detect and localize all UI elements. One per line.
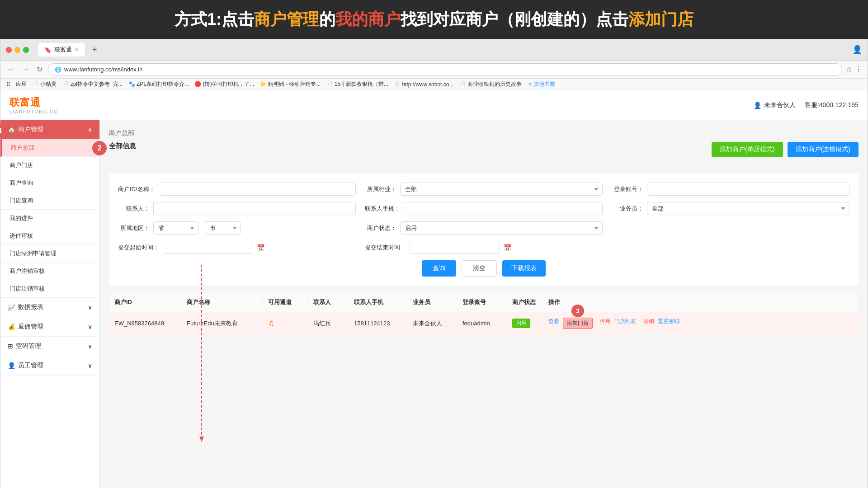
close-window-button[interactable] bbox=[6, 47, 12, 53]
view-link[interactable]: 查看 bbox=[548, 318, 559, 329]
status-badge: 启用 bbox=[512, 319, 530, 328]
salesperson-select[interactable]: 全部 bbox=[647, 202, 849, 215]
minimize-window-button[interactable] bbox=[14, 47, 20, 53]
sidebar-item-label: 门店查询 bbox=[9, 197, 33, 204]
sidebar-item-merchant-stores[interactable]: 商户门店 bbox=[0, 157, 99, 174]
home-icon: 🏠 bbox=[8, 126, 15, 133]
bookmark-5[interactable]: ⭐ 精明购 - 移动营销专... bbox=[259, 80, 321, 88]
url-bar[interactable]: 🌐 www.lianfutong.cc/ms/index.in bbox=[48, 63, 842, 75]
cell-ops: 查看 添加门店 3 停用 门店列表 注销 重置密码 bbox=[543, 318, 859, 329]
empty-code-label: 空码管理 bbox=[16, 342, 41, 350]
merchant-id-value: EW_N8583264849 bbox=[114, 320, 164, 327]
contact-phone-input[interactable] bbox=[404, 202, 603, 215]
bookmarks-bar: ⠿ 应用 📄 小精灵 📄 zpl指令中文参考_完... 🐾 ZPL条码打印指令介… bbox=[0, 79, 868, 90]
sidebar-merchant-management[interactable]: 🏠 商户管理 ∧ bbox=[0, 120, 99, 139]
login-value: feduadmin bbox=[462, 320, 490, 327]
sidebar-item-store-cancel-review[interactable]: 门店注销审核 bbox=[0, 280, 99, 298]
staff-icon: 👤 bbox=[8, 362, 15, 369]
star-icon[interactable]: ☆ bbox=[846, 65, 852, 74]
sidebar-item-my-applications[interactable]: 我的进件 bbox=[0, 210, 99, 227]
sidebar-category-empty-code[interactable]: ⊞ 空码管理 ∨ bbox=[0, 337, 99, 356]
sidebar-category-staff[interactable]: 👤 员工管理 ∨ bbox=[0, 356, 99, 375]
cancel-link[interactable]: 注销 bbox=[643, 318, 654, 329]
cell-login: feduadmin bbox=[457, 318, 507, 329]
url-text: www.lianfutong.cc/ms/index.in bbox=[64, 66, 142, 73]
city-select[interactable]: 市 bbox=[205, 221, 241, 235]
merchant-management-label: 商户管理 bbox=[18, 126, 43, 134]
new-tab-button[interactable]: + bbox=[90, 45, 100, 55]
bookmark-2[interactable]: 📄 zpl指令中文参考_完... bbox=[62, 80, 123, 88]
browser-tab[interactable]: 🔖 联富通 ✕ bbox=[38, 43, 85, 56]
merchant-id-input[interactable] bbox=[159, 183, 356, 196]
more-bookmarks[interactable]: » 其他书签 bbox=[529, 80, 555, 88]
industry-select[interactable]: 全部 bbox=[400, 183, 603, 196]
merchant-status-select[interactable]: 启用 禁用 bbox=[400, 221, 603, 235]
sidebar-item-label: 门店注销审核 bbox=[9, 285, 45, 292]
form-row-3: 所属地区： 省 市 商户状态： 启用 禁用 bbox=[118, 221, 849, 235]
sidebar-category-reports[interactable]: 📈 数据报表 ∨ bbox=[0, 298, 99, 317]
add-store-link[interactable]: 添加门店 3 bbox=[563, 318, 593, 329]
refresh-button[interactable]: ↻ bbox=[35, 64, 44, 75]
staff-label: 员工管理 bbox=[18, 361, 43, 370]
end-calendar-icon[interactable]: 📅 bbox=[504, 244, 511, 251]
back-button[interactable]: ← bbox=[6, 65, 17, 75]
app-logo: 联富通 LIANFUTONG.CC bbox=[9, 96, 58, 114]
bookmark-3[interactable]: 🐾 ZPL条码打印指令介... bbox=[128, 80, 189, 88]
add-merchant-chain-button[interactable]: 添加商户(连锁模式) bbox=[788, 142, 859, 157]
user-label: 未来合伙人 bbox=[764, 101, 796, 109]
main-content: 商户总部 全部信息 添加商户(单店模式) 添加商户(连锁模式) 商户ID/名称： bbox=[100, 120, 868, 488]
maximize-window-button[interactable] bbox=[23, 47, 29, 53]
disable-link[interactable]: 停用 bbox=[600, 318, 611, 329]
sidebar-item-label: 我的进件 bbox=[9, 215, 33, 221]
login-input[interactable] bbox=[647, 183, 849, 196]
query-button[interactable]: 查询 bbox=[422, 260, 456, 277]
banner-orange-text: 商户管理 bbox=[254, 10, 319, 28]
sidebar: 1 🏠 商户管理 ∧ 2 商户总部 商户门店 商户查询 bbox=[0, 120, 100, 488]
bookmark-1[interactable]: 📄 小精灵 bbox=[32, 80, 57, 88]
download-button[interactable]: 下载报表 bbox=[502, 260, 546, 277]
contact-input[interactable] bbox=[153, 202, 356, 215]
sidebar-item-store-query[interactable]: 门店查询 bbox=[0, 192, 99, 210]
province-select[interactable]: 省 bbox=[153, 221, 198, 235]
bookmark-8[interactable]: 📄 商业收银机的历史故事 bbox=[459, 80, 521, 88]
tab-favicon: 🔖 bbox=[44, 47, 52, 53]
col-merchant-id: 商户ID bbox=[109, 298, 181, 306]
clear-button[interactable]: 清空 bbox=[462, 260, 497, 277]
menu-icon[interactable]: ⋮ bbox=[855, 65, 862, 74]
store-list-link[interactable]: 门店列表 bbox=[614, 318, 636, 329]
browser-toolbar: ← → ↻ 🌐 www.lianfutong.cc/ms/index.in ☆ … bbox=[0, 61, 868, 79]
table-header: 商户ID 商户名称 可用通道 联系人 联系人手机 业务员 登录账号 商户状态 操… bbox=[109, 293, 859, 312]
merchant-id-label: 商户ID/名称： bbox=[118, 185, 155, 193]
apps-icon[interactable]: ⠿ bbox=[6, 81, 10, 88]
cell-salesperson: 未来合伙人 bbox=[407, 318, 457, 329]
rebate-label: 返佣管理 bbox=[18, 323, 43, 331]
browser-actions: ☆ ⋮ bbox=[846, 65, 862, 74]
sidebar-item-store-oasis[interactable]: 门店绿洲申请管理 bbox=[0, 245, 99, 263]
bookmark-6[interactable]: 📄 15寸新款收银机（带... bbox=[326, 80, 388, 88]
start-calendar-icon[interactable]: 📅 bbox=[257, 244, 264, 251]
tab-close-button[interactable]: ✕ bbox=[75, 47, 79, 53]
end-time-input[interactable] bbox=[410, 241, 500, 254]
sidebar-item-application-review[interactable]: 进件审核 bbox=[0, 227, 99, 245]
end-time-label: 提交结束时间： bbox=[365, 244, 406, 252]
industry-label: 所属行业： bbox=[365, 185, 396, 193]
forward-button[interactable]: → bbox=[20, 65, 31, 75]
salesperson-value: 未来合伙人 bbox=[413, 319, 442, 328]
secure-icon: 🌐 bbox=[55, 66, 61, 73]
sidebar-item-merchant-hq[interactable]: 商户总部 bbox=[0, 139, 99, 157]
content-header-row: 全部信息 添加商户(单店模式) 添加商户(连锁模式) bbox=[109, 142, 859, 166]
reset-pwd-link[interactable]: 重置密码 bbox=[658, 318, 679, 329]
bookmark-apps[interactable]: 应用 bbox=[16, 80, 27, 88]
user-info: 👤 未来合伙人 bbox=[754, 101, 796, 109]
start-time-input[interactable] bbox=[163, 241, 253, 254]
col-ops: 操作 bbox=[543, 298, 859, 306]
add-merchant-single-button[interactable]: 添加商户(单店模式) bbox=[712, 142, 783, 157]
contact-phone-field: 联系人手机： bbox=[365, 202, 603, 215]
sidebar-item-merchant-cancel-review[interactable]: 商户注销审核 bbox=[0, 263, 99, 280]
bookmark-4[interactable]: 🔴 (转)学习打印机，了... bbox=[194, 80, 254, 88]
bookmark-7[interactable]: 🦷 http://www.sobot.co... bbox=[394, 81, 453, 88]
cell-merchant-id: EW_N8583264849 bbox=[109, 318, 181, 329]
sidebar-item-merchant-query[interactable]: 商户查询 bbox=[0, 174, 99, 192]
browser-frame: 🔖 联富通 ✕ + 👤 ← → ↻ 🌐 www.lianfutong.cc/ms… bbox=[0, 39, 868, 488]
sidebar-category-rebate[interactable]: 💰 返佣管理 ∨ bbox=[0, 317, 99, 337]
